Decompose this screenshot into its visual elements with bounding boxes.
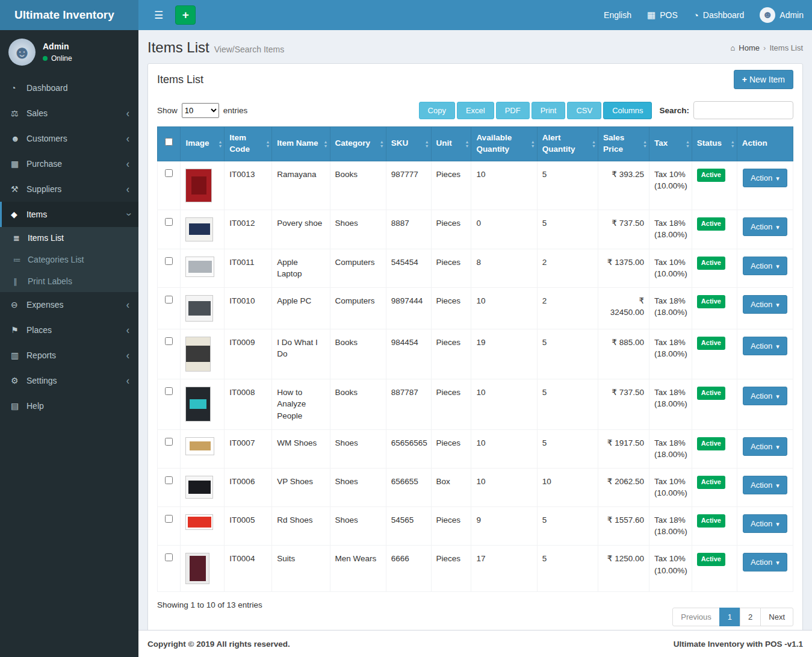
export-csv-button[interactable]: CSV bbox=[567, 102, 601, 119]
page-length-select[interactable]: 10 bbox=[182, 103, 219, 118]
item-name-cell: Apple Laptop bbox=[272, 249, 330, 287]
column-header-image[interactable]: Image▲▼ bbox=[181, 127, 225, 161]
column-label: Unit bbox=[436, 139, 452, 148]
breadcrumb-home[interactable]: Home bbox=[739, 43, 760, 52]
sidebar-item-settings[interactable]: ⚙Settings‹ bbox=[0, 368, 138, 393]
action-button[interactable]: Action▾ bbox=[743, 553, 787, 571]
dashboard-link[interactable]: ◔ Dashboard bbox=[693, 10, 745, 20]
column-header-status[interactable]: Status▲▼ bbox=[692, 127, 737, 161]
sidebar-item-sales[interactable]: ⚖Sales‹ bbox=[0, 101, 138, 126]
sidebar-item-suppliers[interactable]: ⚒Suppliers‹ bbox=[0, 176, 138, 202]
row-checkbox[interactable] bbox=[165, 296, 173, 304]
row-checkbox[interactable] bbox=[165, 337, 173, 345]
row-checkbox[interactable] bbox=[165, 553, 173, 561]
action-button[interactable]: Action▾ bbox=[743, 169, 787, 187]
export-excel-button[interactable]: Excel bbox=[457, 102, 494, 119]
item-image-cell bbox=[181, 249, 225, 287]
sidebar-item-places[interactable]: ⚑Places‹ bbox=[0, 317, 138, 343]
sidebar-item-reports[interactable]: ▥Reports‹ bbox=[0, 343, 138, 368]
sidebar-subitem-print-labels[interactable]: ∥Print Labels bbox=[0, 270, 138, 292]
page-title: Items List bbox=[147, 39, 209, 56]
row-checkbox[interactable] bbox=[165, 218, 173, 226]
export-columns-button[interactable]: Columns bbox=[603, 102, 652, 119]
status-badge: Active bbox=[697, 387, 725, 400]
pos-link[interactable]: ▦ POS bbox=[647, 10, 678, 20]
column-header-sales-price[interactable]: Sales Price▲▼ bbox=[598, 127, 649, 161]
action-button[interactable]: Action▾ bbox=[743, 337, 787, 355]
tax-rate: (10.00%) bbox=[654, 565, 687, 577]
select-all-checkbox[interactable] bbox=[165, 138, 173, 146]
categories-list-icon: ≔ bbox=[13, 255, 28, 264]
row-checkbox[interactable] bbox=[165, 387, 173, 395]
sidebar-item-help[interactable]: ▤Help bbox=[0, 393, 138, 419]
sidebar-subitem-categories-list[interactable]: ≔Categories List bbox=[0, 249, 138, 270]
item-row: IT0007WM ShoesShoes65656565Pieces105₹ 19… bbox=[158, 429, 793, 468]
card-title: Items List bbox=[157, 73, 203, 86]
item-image-cell bbox=[181, 468, 225, 506]
pagination-previous[interactable]: Previous bbox=[672, 608, 720, 626]
quick-add-button[interactable]: + bbox=[175, 5, 196, 25]
status-cell: Active bbox=[692, 329, 737, 379]
column-header-unit[interactable]: Unit▲▼ bbox=[431, 127, 471, 161]
row-checkbox[interactable] bbox=[165, 257, 173, 265]
tax-rate: (10.00%) bbox=[654, 487, 687, 499]
item-image-detail bbox=[188, 261, 212, 273]
status-cell: Active bbox=[692, 287, 737, 329]
sidebar-toggle-button[interactable]: ☰ bbox=[147, 4, 170, 26]
pagination-page-1[interactable]: 1 bbox=[719, 608, 740, 626]
column-header-available-quantity[interactable]: Available Quantity▲▼ bbox=[471, 127, 537, 161]
column-header-sku[interactable]: SKU▲▼ bbox=[386, 127, 431, 161]
action-label: Action bbox=[751, 261, 772, 270]
column-header-category[interactable]: Category▲▼ bbox=[330, 127, 386, 161]
export-print-button[interactable]: Print bbox=[532, 102, 566, 119]
column-header-item-name[interactable]: Item Name▲▼ bbox=[272, 127, 330, 161]
pagination-page-2[interactable]: 2 bbox=[740, 608, 761, 626]
sidebar-user-panel: ☻ Admin Online bbox=[0, 30, 138, 75]
export-pdf-button[interactable]: PDF bbox=[496, 102, 530, 119]
app-logo[interactable]: Ultimate Inventory bbox=[0, 0, 138, 30]
search-input[interactable] bbox=[693, 101, 793, 119]
row-checkbox[interactable] bbox=[165, 438, 173, 446]
action-button[interactable]: Action▾ bbox=[743, 387, 787, 405]
language-menu[interactable]: English bbox=[604, 10, 631, 20]
breadcrumb-separator: › bbox=[763, 43, 766, 52]
pagination-next[interactable]: Next bbox=[760, 608, 793, 626]
action-cell: Action▾ bbox=[737, 287, 793, 329]
action-button[interactable]: Action▾ bbox=[743, 257, 787, 275]
action-label: Action bbox=[751, 173, 772, 182]
action-button[interactable]: Action▾ bbox=[743, 476, 787, 494]
action-button[interactable]: Action▾ bbox=[743, 295, 787, 314]
row-checkbox[interactable] bbox=[165, 515, 173, 523]
sidebar-item-dashboard[interactable]: ◔Dashboard bbox=[0, 75, 138, 101]
export-copy-button[interactable]: Copy bbox=[419, 102, 455, 119]
action-button[interactable]: Action▾ bbox=[743, 437, 787, 456]
new-item-button[interactable]: +New Item bbox=[734, 70, 793, 89]
sidebar-item-purchase[interactable]: ▦Purchase‹ bbox=[0, 151, 138, 176]
available-quantity-cell: 8 bbox=[471, 249, 537, 287]
sidebar-subitem-items-list[interactable]: ≣Items List bbox=[0, 227, 138, 249]
column-header-tax[interactable]: Tax▲▼ bbox=[649, 127, 692, 161]
content-header: Items List View/Search Items ⌂ Home › It… bbox=[138, 30, 812, 63]
row-checkbox[interactable] bbox=[165, 476, 173, 484]
row-checkbox[interactable] bbox=[165, 169, 173, 177]
status-cell: Active bbox=[692, 161, 737, 210]
action-button[interactable]: Action▾ bbox=[743, 217, 787, 236]
status-badge: Active bbox=[697, 553, 725, 566]
tax-rate: (18.00%) bbox=[654, 398, 687, 410]
pagination: Previous12Next bbox=[672, 608, 793, 626]
sidebar-item-expenses[interactable]: ⊖Expenses‹ bbox=[0, 292, 138, 317]
user-avatar: ☻ bbox=[8, 39, 36, 66]
tax-cell: Tax 18%(18.00%) bbox=[649, 210, 692, 249]
column-header-alert-quantity[interactable]: Alert Quantity▲▼ bbox=[537, 127, 598, 161]
breadcrumb: ⌂ Home › Items List bbox=[730, 43, 803, 52]
action-button[interactable]: Action▾ bbox=[743, 514, 787, 533]
sidebar-item-customers[interactable]: ☻Customers‹ bbox=[0, 126, 138, 151]
user-menu[interactable]: ☻ Admin bbox=[760, 7, 804, 23]
column-label: Item Name bbox=[277, 139, 318, 148]
item-row: IT0005Rd ShoesShoes54565Pieces95₹ 1557.6… bbox=[158, 506, 793, 545]
column-header-item-code[interactable]: Item Code▲▼ bbox=[225, 127, 272, 161]
unit-cell: Pieces bbox=[431, 249, 471, 287]
sidebar-item-items[interactable]: ◆Items‹ bbox=[0, 202, 138, 227]
sales-price-cell: ₹ 2062.50 bbox=[598, 468, 649, 506]
entries-label: entries bbox=[223, 106, 248, 115]
